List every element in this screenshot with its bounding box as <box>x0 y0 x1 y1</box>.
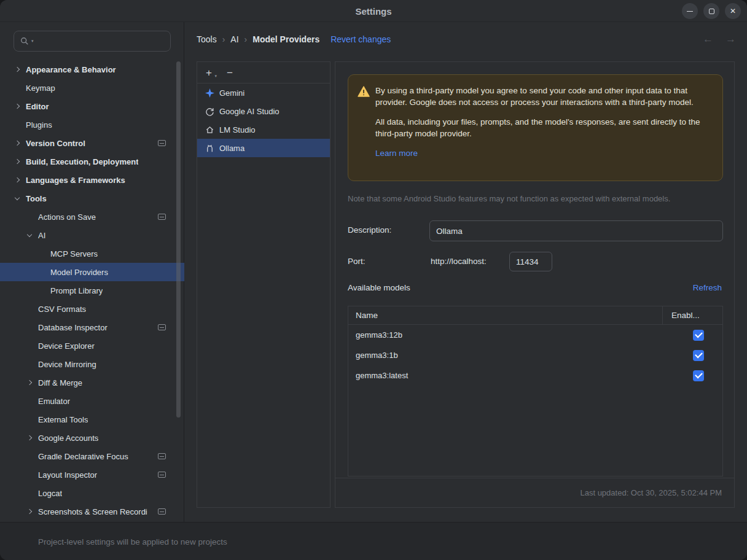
sidebar-item-layout-inspector[interactable]: Layout Inspector <box>0 465 184 484</box>
sidebar-item-external-tools[interactable]: External Tools <box>0 410 184 429</box>
sidebar-item-device-explorer[interactable]: Device Explorer <box>0 336 184 355</box>
provider-item-ollama[interactable]: Ollama <box>197 139 330 157</box>
sidebar-item-build-execution-deployment[interactable]: Build, Execution, Deployment <box>0 152 184 171</box>
sidebar-item-prompt-library[interactable]: Prompt Library <box>0 281 184 300</box>
sidebar-item-languages-frameworks[interactable]: Languages & Frameworks <box>0 171 184 189</box>
port-input[interactable] <box>509 252 552 271</box>
port-label: Port: <box>348 257 366 266</box>
lm-studio-icon <box>205 125 214 134</box>
sidebar-item-actions-on-save[interactable]: Actions on Save <box>0 208 184 226</box>
settings-window: Settings ✕ ▾ Appearance & Behavior Keyma… <box>0 0 747 560</box>
column-header-enabled: Enabl... <box>662 306 722 324</box>
settings-search-input[interactable] <box>36 37 164 46</box>
chevron-right-icon <box>12 175 22 185</box>
refresh-link[interactable]: Refresh <box>693 283 722 292</box>
chevron-right-icon <box>12 64 22 74</box>
chevron-right-icon <box>25 507 34 516</box>
sidebar-item-csv-formats[interactable]: CSV Formats <box>0 300 184 318</box>
sidebar-item-plugins[interactable]: Plugins <box>0 115 184 134</box>
screen-icon <box>158 508 166 515</box>
minimize-button[interactable] <box>682 3 698 19</box>
models-table-header: Name Enabl... <box>348 306 722 325</box>
window-title: Settings <box>0 0 747 22</box>
chevron-right-icon <box>25 378 34 387</box>
settings-search: ▾ <box>14 31 171 52</box>
sidebar-item-appearance-behavior[interactable]: Appearance & Behavior <box>0 60 184 79</box>
search-icon <box>20 37 29 45</box>
warning-text-2: All data, including your files, prompts,… <box>375 116 709 139</box>
provider-item-gemini[interactable]: Gemini <box>197 84 330 102</box>
back-arrow-icon[interactable]: ← <box>703 33 713 45</box>
provider-detail-panel: By using a third-party model you agree t… <box>335 61 735 508</box>
screen-icon <box>158 214 166 220</box>
remove-provider-button[interactable]: − <box>227 68 233 78</box>
sidebar-item-keymap[interactable]: Keymap <box>0 79 184 97</box>
sidebar-item-gradle-declarative-focus[interactable]: Gradle Declarative Focus <box>0 447 184 465</box>
sidebar-item-device-mirroring[interactable]: Device Mirroring <box>0 355 184 373</box>
breadcrumb-tools[interactable]: Tools <box>197 34 217 44</box>
sidebar-item-ai[interactable]: AI <box>0 226 184 244</box>
model-name: gemma3:12b <box>348 330 662 340</box>
sidebar-item-emulator[interactable]: Emulator <box>0 392 184 410</box>
close-button[interactable]: ✕ <box>725 3 741 19</box>
provider-toolbar: +▾ − <box>197 62 330 84</box>
breadcrumb: Tools › AI › Model Providers Revert chan… <box>197 22 710 56</box>
google-ai-studio-icon <box>205 106 214 116</box>
description-label: Description: <box>348 225 391 235</box>
provider-list-panel: +▾ − Gemini Google AI Studio LM Studio <box>197 61 330 508</box>
window-controls: ✕ <box>682 3 741 19</box>
model-name: gemma3:latest <box>348 371 662 380</box>
last-updated-status: Last updated: Oct 30, 2025, 5:02:44 PM <box>335 478 734 507</box>
breadcrumb-ai[interactable]: AI <box>230 34 238 44</box>
sidebar-item-mcp-servers[interactable]: MCP Servers <box>0 244 184 263</box>
column-header-name: Name <box>348 306 662 324</box>
breadcrumb-separator-icon: › <box>222 34 225 44</box>
port-prefix: http://localhost: <box>431 257 487 266</box>
model-enabled-checkbox[interactable] <box>693 350 704 361</box>
chevron-right-icon <box>12 138 22 148</box>
sidebar-item-model-providers[interactable]: Model Providers <box>0 263 184 281</box>
sidebar-item-screenshots-screen-recording[interactable]: Screenshots & Screen Recordi <box>0 502 184 521</box>
close-icon: ✕ <box>730 7 736 15</box>
sidebar-scrollbar[interactable] <box>176 61 181 418</box>
screen-icon <box>158 472 166 478</box>
revert-changes-link[interactable]: Revert changes <box>330 34 391 44</box>
table-row: gemma3:1b <box>348 345 722 365</box>
provider-item-google-ai-studio[interactable]: Google AI Studio <box>197 102 330 120</box>
external-models-note: Note that some Android Studio features m… <box>348 194 670 203</box>
add-dropdown-caret-icon: ▾ <box>214 74 217 78</box>
sidebar-item-version-control[interactable]: Version Control <box>0 134 184 152</box>
gemini-icon <box>205 88 214 98</box>
add-provider-button[interactable]: +▾ <box>206 68 212 78</box>
available-models-label: Available models <box>348 283 410 292</box>
sidebar-item-google-accounts[interactable]: Google Accounts <box>0 429 184 447</box>
screen-icon <box>158 324 166 330</box>
provider-item-lm-studio[interactable]: LM Studio <box>197 120 330 139</box>
settings-sidebar: ▾ Appearance & Behavior Keymap Editor Pl… <box>0 22 184 522</box>
forward-arrow-icon[interactable]: → <box>725 33 736 45</box>
sidebar-item-tools[interactable]: Tools <box>0 189 184 208</box>
warning-text-1: By using a third-party model you agree t… <box>375 85 709 108</box>
learn-more-link[interactable]: Learn more <box>375 149 418 158</box>
screen-icon <box>158 453 166 459</box>
model-enabled-checkbox[interactable] <box>693 370 704 381</box>
model-name: gemma3:1b <box>348 351 662 360</box>
breadcrumb-model-providers: Model Providers <box>252 34 319 44</box>
footer-hint: Project-level settings will be applied t… <box>38 523 227 560</box>
sidebar-item-logcat[interactable]: Logcat <box>0 484 184 502</box>
minimize-icon <box>687 11 693 12</box>
chevron-right-icon <box>12 101 22 111</box>
models-table: Name Enabl... gemma3:12b gemma3:1b gemma… <box>348 306 723 476</box>
description-input[interactable] <box>429 220 723 241</box>
sidebar-item-database-inspector[interactable]: Database Inspector <box>0 318 184 336</box>
maximize-icon <box>709 9 714 14</box>
settings-tree: Appearance & Behavior Keymap Editor Plug… <box>0 60 184 521</box>
sidebar-item-diff-merge[interactable]: Diff & Merge <box>0 373 184 392</box>
screen-icon <box>158 140 166 146</box>
sidebar-item-editor[interactable]: Editor <box>0 97 184 115</box>
model-enabled-checkbox[interactable] <box>693 330 704 341</box>
chevron-right-icon <box>12 157 22 166</box>
history-nav: ← → <box>703 22 736 56</box>
maximize-button[interactable] <box>703 3 719 19</box>
chevron-down-icon <box>12 193 22 203</box>
